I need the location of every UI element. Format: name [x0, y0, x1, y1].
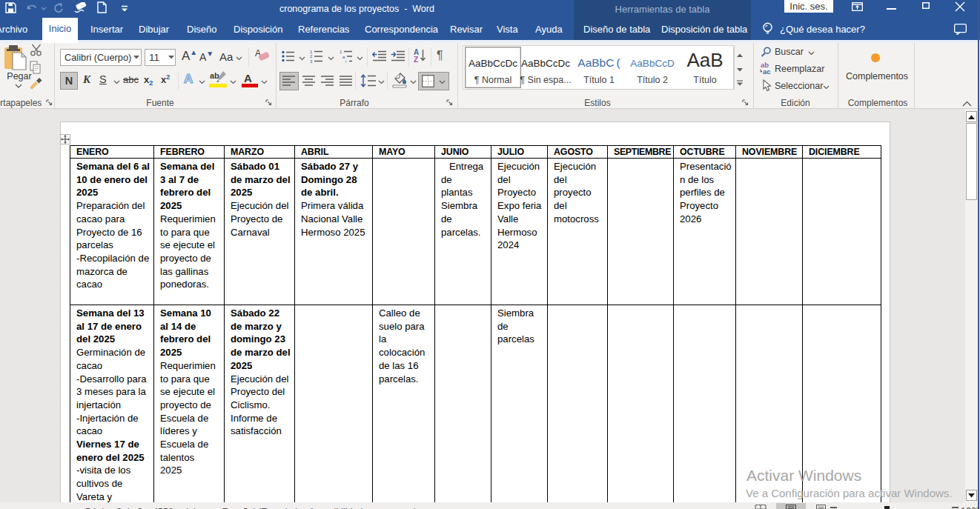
- svg-text:a: a: [342, 55, 345, 59]
- svg-text:ac: ac: [763, 67, 771, 75]
- svg-text:2: 2: [310, 54, 313, 59]
- svg-text:i: i: [345, 59, 346, 63]
- svg-text:1: 1: [310, 50, 313, 54]
- svg-text:1: 1: [340, 50, 342, 54]
- svg-text:3: 3: [310, 59, 313, 64]
- svg-text:Z: Z: [414, 56, 418, 63]
